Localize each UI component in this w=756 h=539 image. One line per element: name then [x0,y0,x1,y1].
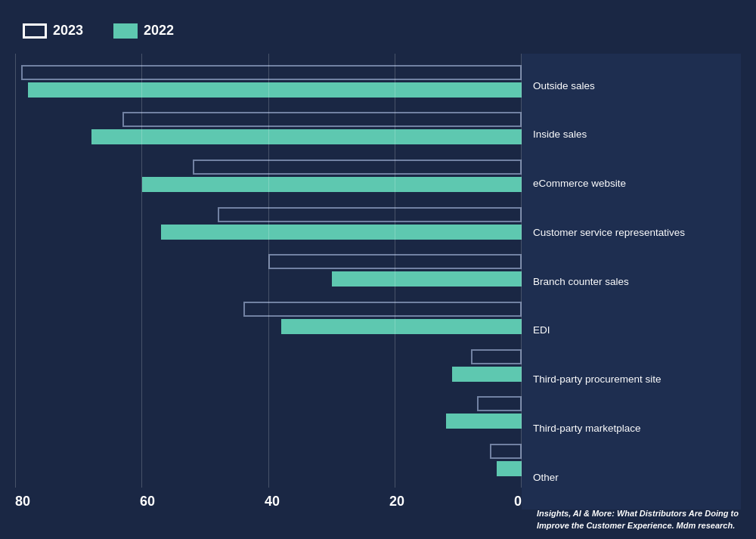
bar-row-2023 [15,302,522,317]
bar-2022 [281,319,522,334]
bar-row-2022 [15,225,522,240]
bar-row-2023 [15,207,522,222]
bar-2022 [497,461,522,476]
bar-2022 [332,271,522,287]
x-axis: 806040200 [15,494,522,510]
bar-row-2022 [15,129,522,144]
bars-content [15,54,522,488]
bar-row-2022 [15,319,522,334]
legend-item-2023: 2023 [23,23,83,39]
bar-2022 [142,177,522,192]
bar-row-2022 [15,271,522,287]
bar-row-2023 [15,254,522,269]
bar-group [15,349,522,382]
x-axis-label: 60 [140,494,155,510]
legend-label-2022: 2022 [144,23,174,39]
legend-color-2022 [113,23,138,39]
bar-2023 [218,207,522,222]
chart-container: 2023 2022 806040200 Outside salesInside … [0,0,756,539]
bar-2022 [446,414,522,429]
category-label: Third-party procurement site [533,368,730,391]
bar-row-2022 [15,177,522,192]
category-labels: Outside salesInside saleseCommerce websi… [522,54,741,510]
bar-2023 [471,349,522,364]
x-axis-label: 20 [389,494,404,510]
category-label: eCommerce website [533,172,730,195]
legend-item-2022: 2022 [113,23,174,39]
bar-2022 [28,82,522,98]
category-label: Customer service representatives [533,221,730,244]
bar-group [15,254,522,287]
bar-row-2022 [15,82,522,98]
bar-row-2022 [15,414,522,429]
bar-2022 [161,225,522,240]
bars-wrapper: 806040200 [15,54,522,510]
bar-2023 [268,254,522,269]
category-label: Outside sales [533,75,730,98]
category-label: Third-party marketplace [533,417,730,440]
category-label: Inside sales [533,123,730,146]
bar-row-2022 [15,461,522,476]
bar-group [15,65,522,98]
bar-2022 [91,129,522,144]
bar-2023 [490,444,522,459]
bar-2023 [193,160,522,175]
category-label: Other [533,466,730,489]
legend: 2023 2022 [15,23,741,39]
x-axis-label: 0 [514,494,522,510]
bar-group [15,444,522,476]
legend-color-2023 [23,23,47,39]
bar-row-2023 [15,160,522,175]
legend-label-2023: 2023 [53,23,83,39]
bar-2023 [477,396,522,411]
source-text: Insights, AI & More: What Distributors A… [537,508,748,531]
bar-row-2023 [15,396,522,411]
bar-row-2023 [15,349,522,364]
bar-group [15,112,522,144]
bar-2023 [243,302,522,317]
category-label: Branch counter sales [533,271,730,293]
bar-group [15,396,522,429]
bar-row-2023 [15,112,522,127]
chart-body: 806040200 Outside salesInside saleseComm… [15,54,741,510]
bar-group [15,302,522,334]
bar-2023 [122,112,522,127]
bar-group [15,207,522,240]
bar-row-2022 [15,367,522,382]
x-axis-label: 80 [15,494,30,510]
bar-row-2023 [15,65,522,80]
category-label: EDI [533,319,730,342]
x-axis-label: 40 [265,494,280,510]
bar-2023 [21,65,522,80]
bar-row-2023 [15,444,522,459]
bar-group [15,160,522,192]
bar-2022 [452,367,522,382]
